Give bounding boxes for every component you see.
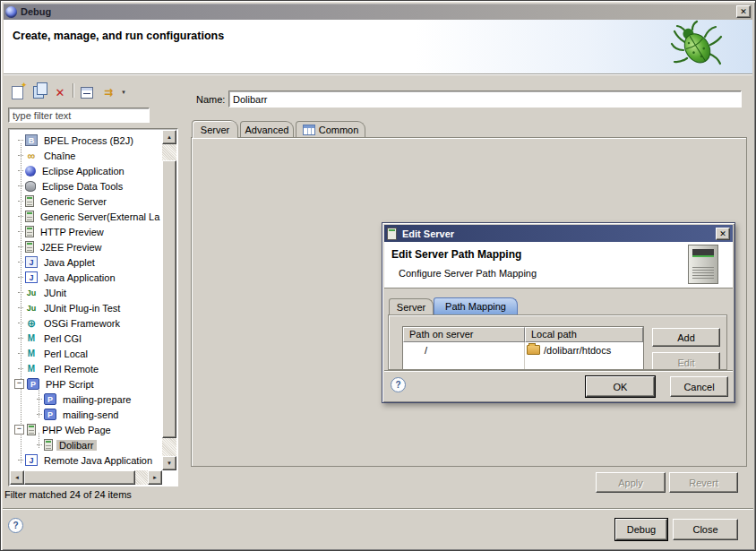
tree-item-label: Dolibarr	[56, 440, 97, 451]
tree-item-label: PHP Script	[43, 379, 97, 390]
tree-item-bpel-process-b2j[interactable]: BBPEL Process (B2J)	[11, 133, 161, 148]
tree-connector	[37, 444, 42, 446]
tree-item-http-preview[interactable]: HTTP Preview	[11, 224, 161, 239]
tree-item-perl-cgi[interactable]: MPerl CGI	[11, 331, 161, 346]
tree-item-dolibarr[interactable]: Dolibarr	[11, 437, 161, 452]
dialog-button-bar: ? OK Cancel	[384, 370, 733, 400]
tree-connector	[18, 155, 23, 157]
filter-launch-configurations-button[interactable]: ⇉	[99, 83, 117, 101]
scroll-right-button[interactable]: ►	[148, 470, 162, 485]
edit-mapping-button[interactable]: Edit	[652, 352, 720, 370]
tree-item-label: J2EE Preview	[38, 242, 104, 253]
filter-status: Filter matched 24 of 24 items	[4, 489, 132, 500]
tab-advanced[interactable]: Advanced	[240, 121, 294, 138]
tree-item-generic-server[interactable]: Generic Server	[11, 194, 161, 209]
tree-item-cha-ne[interactable]: ∞Chaîne	[11, 148, 161, 163]
edit-server-title: Edit Server	[402, 228, 454, 239]
folder-icon	[527, 345, 540, 355]
tree-expander-icon[interactable]: −	[14, 379, 24, 389]
tree-connector	[37, 399, 42, 400]
tab-common[interactable]: Common	[296, 121, 365, 138]
help-button[interactable]: ?	[8, 518, 23, 533]
tree-item-label: PHP Web Page	[39, 425, 114, 435]
tree-item-php-web-page[interactable]: −PHP Web Page	[11, 422, 161, 437]
tree-item-mailing-send[interactable]: Pmailing-send	[11, 407, 161, 422]
scroll-down-button[interactable]: ▼	[162, 456, 176, 470]
cancel-button[interactable]: Cancel	[670, 376, 728, 397]
tree-item-label: Eclipse Application	[39, 166, 127, 176]
tree-connector	[18, 353, 23, 355]
page-title: Create, manage, and run configurations	[13, 30, 224, 42]
tree-item-perl-remote[interactable]: MPerl Remote	[11, 361, 161, 376]
tree-connector	[18, 307, 23, 309]
tree-connector	[18, 140, 23, 142]
tree-expander-icon[interactable]: −	[14, 425, 24, 435]
tree-item-generic-server-external-la[interactable]: Generic Server(External La	[11, 209, 161, 224]
duplicate-configuration-button[interactable]	[30, 83, 47, 101]
vertical-scroll-thumb[interactable]	[162, 160, 176, 438]
tree-item-remote-java-application[interactable]: JRemote Java Application	[11, 452, 161, 468]
tree-item-java-application[interactable]: JJava Application	[11, 270, 161, 285]
new-launch-configuration-button[interactable]	[8, 83, 26, 101]
toolbar-separator	[73, 83, 73, 98]
add-mapping-button[interactable]: Add	[652, 328, 720, 347]
filter-icon: ⇉	[104, 86, 113, 99]
table-empty-row	[403, 357, 643, 369]
dialog-tab-path-mapping[interactable]: Path Mapping	[434, 297, 518, 314]
table-row[interactable]: / /dolibarr/htdocs	[403, 342, 643, 357]
remote-java-icon: J	[25, 454, 38, 466]
tab-advanced-label: Advanced	[245, 125, 289, 135]
path-mapping-panel: Path on server Local path / /dolibarr/ht…	[388, 314, 727, 370]
dialog-help-button[interactable]: ?	[391, 377, 406, 392]
edit-server-close-button[interactable]: ✕	[716, 228, 730, 240]
collapse-all-button[interactable]	[78, 83, 96, 101]
tree-vertical-scrollbar[interactable]: ▲ ▼	[162, 130, 176, 470]
osgi-icon: ⊕	[25, 317, 38, 329]
tree-item-osgi-framework[interactable]: ⊕OSGi Framework	[11, 315, 161, 331]
tree-item-mailing-prepare[interactable]: Pmailing-prepare	[11, 392, 161, 407]
dialog-tab-server[interactable]: Server	[389, 298, 434, 314]
delete-configuration-button[interactable]: ✕	[51, 83, 69, 101]
bug-icon	[668, 20, 724, 73]
tree-connector	[18, 460, 23, 461]
configurations-tree[interactable]: BBPEL Process (B2J)∞ChaîneEclipse Applic…	[8, 128, 178, 486]
tree-item-label: HTTP Preview	[38, 227, 107, 237]
filter-input[interactable]	[8, 108, 150, 123]
column-path-on-server[interactable]: Path on server	[403, 327, 525, 342]
php-icon: P	[44, 393, 56, 405]
tree-item-junit[interactable]: JuJUnit	[11, 285, 161, 300]
tree-item-j2ee-preview[interactable]: J2EE Preview	[11, 239, 161, 254]
close-button[interactable]: Close	[673, 519, 738, 540]
tab-server[interactable]: Server	[192, 120, 238, 138]
window-close-button[interactable]: ✕	[736, 5, 751, 18]
revert-button[interactable]: Revert	[669, 472, 738, 493]
ok-button[interactable]: OK	[586, 376, 655, 397]
tree-item-eclipse-data-tools[interactable]: Eclipse Data Tools	[11, 178, 161, 194]
tree-horizontal-scrollbar[interactable]: ◄ ►	[10, 470, 162, 485]
applet-icon: J	[25, 256, 38, 268]
chevron-down-icon: ▼	[121, 90, 126, 95]
apply-button[interactable]: Apply	[596, 472, 666, 493]
scroll-left-button[interactable]: ◄	[10, 470, 24, 485]
filter-menu-dropdown[interactable]: ▼	[118, 83, 129, 101]
horizontal-scroll-thumb[interactable]	[24, 470, 135, 485]
tree-item-label: JUnit	[41, 288, 69, 298]
tree-item-junit-plug-in-test[interactable]: JuJUnit Plug-in Test	[11, 300, 161, 315]
tree-item-label: Remote Java Application	[41, 455, 155, 466]
path-mapping-table[interactable]: Path on server Local path / /dolibarr/ht…	[402, 326, 644, 370]
window-title: Debug	[21, 6, 51, 17]
table-header-row: Path on server Local path	[403, 327, 643, 342]
tree-item-java-applet[interactable]: JJava Applet	[11, 254, 161, 270]
server-tower-icon	[688, 245, 718, 284]
scroll-up-button[interactable]: ▲	[162, 130, 176, 144]
perl-icon: M	[25, 332, 38, 344]
edit-server-subheading: Configure Server Path Mapping	[399, 268, 537, 279]
tree-item-eclipse-application[interactable]: Eclipse Application	[11, 163, 161, 178]
tree-item-php-script[interactable]: −PPHP Script	[11, 376, 161, 392]
column-local-path[interactable]: Local path	[525, 327, 643, 342]
configuration-name-input[interactable]	[228, 90, 742, 108]
debug-button[interactable]: Debug	[615, 519, 667, 540]
tab-common-label: Common	[319, 125, 359, 135]
cell-local-path: /dolibarr/htdocs	[544, 345, 611, 356]
tree-item-perl-local[interactable]: MPerl Local	[11, 346, 161, 361]
